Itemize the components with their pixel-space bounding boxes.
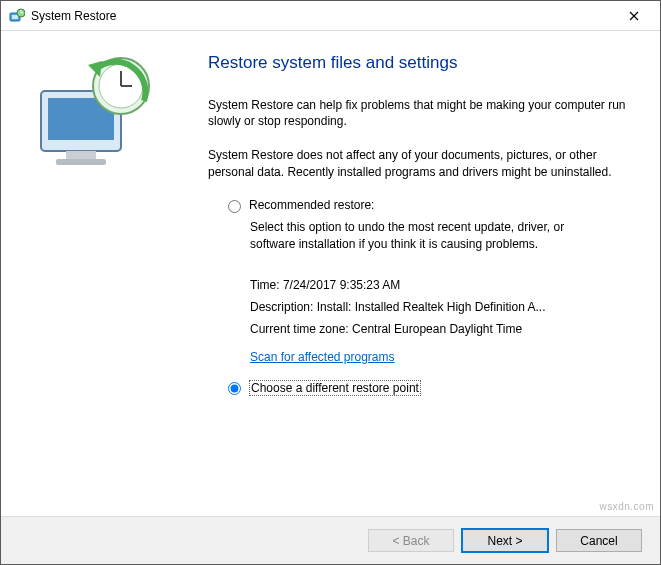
system-restore-icon [9,8,25,24]
back-button: < Back [368,529,454,552]
next-button[interactable]: Next > [462,529,548,552]
intro-paragraph-1: System Restore can help fix problems tha… [208,97,632,129]
radio-choose-different[interactable] [228,382,241,395]
scan-affected-link[interactable]: Scan for affected programs [250,350,395,364]
detail-description: Description: Install: Installed Realtek … [250,300,632,314]
page-heading: Restore system files and settings [208,53,632,73]
content-area: Restore system files and settings System… [1,31,660,516]
cancel-button[interactable]: Cancel [556,529,642,552]
option-recommended: Recommended restore: Select this option … [228,198,632,253]
radio-recommended-label[interactable]: Recommended restore: [249,198,374,212]
detail-time: Time: 7/24/2017 9:35:23 AM [250,278,632,292]
title-bar: System Restore [1,1,660,31]
recommended-description: Select this option to undo the most rece… [250,219,590,253]
close-button[interactable] [616,1,652,30]
recommended-details: Time: 7/24/2017 9:35:23 AM Description: … [250,278,632,364]
window-title: System Restore [31,9,616,23]
main-pane: Restore system files and settings System… [186,31,660,516]
illustration-pane [1,31,186,516]
svg-rect-5 [66,151,96,159]
watermark-text: wsxdn.com [599,501,654,512]
radio-recommended[interactable] [228,200,241,213]
button-bar: < Back Next > Cancel [1,516,660,564]
restore-illustration-icon [26,51,166,181]
svg-rect-1 [12,15,18,19]
intro-paragraph-2: System Restore does not affect any of yo… [208,147,632,179]
svg-rect-6 [56,159,106,165]
option-choose-different: Choose a different restore point [228,380,632,396]
radio-choose-different-label[interactable]: Choose a different restore point [249,380,421,396]
detail-timezone: Current time zone: Central European Dayl… [250,322,632,336]
